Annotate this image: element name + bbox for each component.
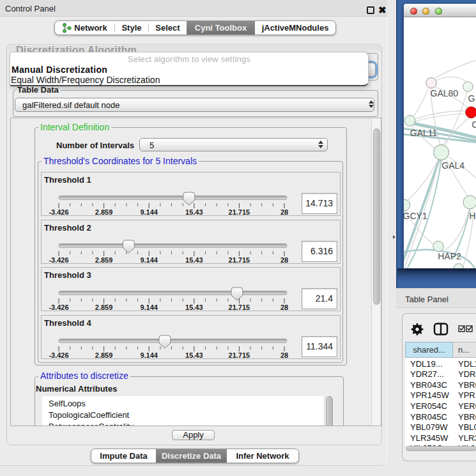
svg-text:2.859: 2.859 [95,256,113,264]
svg-text:H: H [470,211,476,221]
svg-text:21.715: 21.715 [229,303,250,311]
svg-text:15.43: 15.43 [185,256,203,264]
svg-text:2.859: 2.859 [95,351,113,359]
svg-text:GAL11: GAL11 [410,128,438,138]
svg-text:-3.426: -3.426 [49,351,68,359]
svg-text:-3.426: -3.426 [49,208,68,216]
svg-text:-3.426: -3.426 [49,303,68,311]
svg-text:28: 28 [280,208,288,216]
svg-text:15.43: 15.43 [185,351,203,359]
svg-text:28: 28 [280,351,288,359]
svg-text:15.43: 15.43 [185,303,203,311]
svg-text:-3.426: -3.426 [49,256,68,264]
svg-text:GAL4: GAL4 [441,160,464,171]
svg-text:C: C [472,119,476,130]
svg-text:GAL80: GAL80 [431,88,459,98]
svg-text:9.144: 9.144 [140,208,158,216]
svg-text:15.43: 15.43 [185,208,203,216]
svg-text:9.144: 9.144 [140,303,158,311]
svg-text:G.: G. [468,93,476,104]
svg-text:9.144: 9.144 [140,351,158,359]
svg-text:21.715: 21.715 [229,208,250,216]
svg-text:9.144: 9.144 [140,256,158,264]
svg-text:GCY1: GCY1 [404,211,427,221]
svg-text:2.859: 2.859 [95,303,113,311]
svg-text:2.859: 2.859 [95,208,113,216]
svg-text:21.715: 21.715 [229,351,250,359]
svg-text:28: 28 [280,256,288,264]
svg-text:21.715: 21.715 [229,256,250,264]
svg-text:HAP2: HAP2 [438,251,461,261]
svg-text:28: 28 [280,303,288,311]
